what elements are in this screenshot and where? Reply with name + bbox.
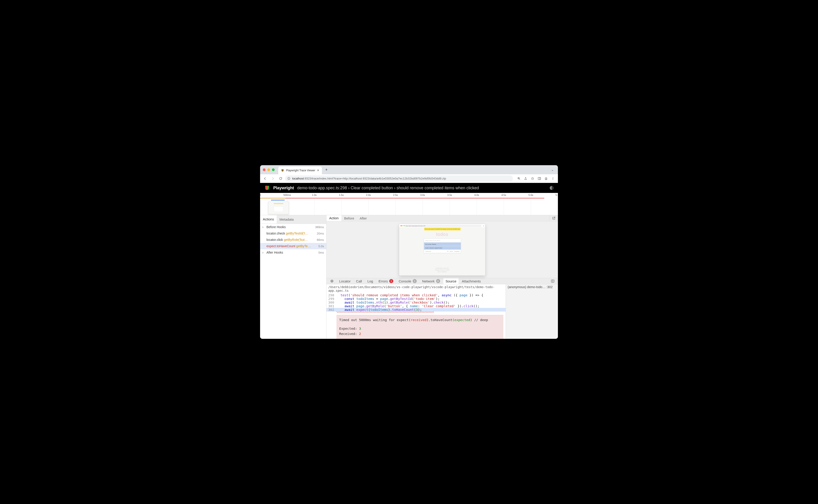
test-breadcrumb: demo-todo-app.spec.ts:298 › Clear comple…	[297, 186, 547, 190]
share-button[interactable]	[523, 175, 529, 182]
action-label: locator.click getByRole('but…	[266, 238, 315, 242]
action-row[interactable]: expect.toHaveCount getByTe…5.0s	[260, 243, 326, 249]
popout-button[interactable]	[549, 215, 558, 221]
svg-point-9	[553, 179, 553, 180]
preview-window: https://demo.playwright.dev/todomvc/#/ ≡…	[399, 224, 486, 276]
url-text: localhost:9323/trace/index.html?trace=ht…	[292, 177, 446, 180]
action-row[interactable]: locator.click getByRole('but…66ms	[260, 237, 326, 243]
code-line: 301 await page.getByRole('button', { nam…	[326, 304, 506, 308]
layout-toggle-button[interactable]	[549, 279, 557, 283]
new-tab-button[interactable]: +	[323, 167, 330, 173]
error-received: Received: 2	[339, 331, 501, 337]
timeline-tick: 2.5s	[393, 194, 398, 196]
tab-snapshot-after[interactable]: After	[357, 215, 370, 221]
timeline-tick: 0	[260, 194, 261, 196]
action-label: expect.toHaveCount getByTe…	[266, 244, 317, 248]
line-text: const todoItems = page.getByTestId('todo…	[336, 297, 440, 301]
right-pane: Action Before After https://demo.playwri…	[326, 215, 558, 339]
app-title: Playwright	[273, 186, 294, 190]
arrow-left-icon	[263, 177, 267, 180]
profile-button[interactable]	[543, 175, 549, 182]
tab-snapshot-before[interactable]: Before	[341, 215, 357, 221]
tab-snapshot-action[interactable]: Action	[326, 215, 341, 221]
preview-todo-item: book a doctors appointment	[424, 246, 461, 250]
sidepanel-button[interactable]	[536, 175, 543, 182]
code-line: 300 await todoItems.nth(1).getByRole('ch…	[326, 301, 506, 304]
menu-button[interactable]	[550, 175, 556, 182]
stack-frame[interactable]: (anonymous) demo-todo… :302	[506, 284, 558, 339]
console-badge: 1	[413, 279, 417, 283]
tab-call[interactable]: Call	[354, 278, 364, 284]
bookmark-button[interactable]	[529, 175, 536, 182]
tabs-dropdown-icon[interactable]: ⌄	[550, 168, 555, 172]
tab-actions[interactable]: Actions	[260, 215, 277, 224]
preview-items-left: 2 items left	[426, 251, 431, 252]
preview-todo-card: What needs to be done? buy some cheese b…	[424, 239, 461, 253]
tab-console[interactable]: Console1	[396, 278, 419, 284]
timeline-tick: 1.0s	[312, 194, 317, 196]
zoom-button[interactable]	[516, 175, 522, 182]
action-row[interactable]: ›After Hooks0ms	[260, 249, 326, 256]
close-tab-icon[interactable]: ×	[317, 168, 319, 172]
tab-network[interactable]: Network6	[420, 278, 443, 284]
tab-source[interactable]: Source	[443, 278, 459, 284]
arrow-right-icon	[271, 177, 275, 180]
svg-point-8	[553, 178, 553, 179]
timeline-body	[260, 198, 558, 215]
panel-icon	[538, 177, 541, 180]
browser-tab[interactable]: Playwright Trace Viewer ×	[278, 167, 322, 174]
chevron-right-icon: ›	[262, 225, 265, 229]
errors-badge: 1	[389, 279, 393, 283]
source-code[interactable]: 298 test('should remove completed items …	[326, 293, 506, 312]
svg-point-6	[546, 177, 547, 179]
target-icon	[330, 279, 334, 283]
action-label: locator.check getByTestId('t…	[266, 232, 315, 235]
forward-button[interactable]	[270, 175, 276, 182]
reload-button[interactable]	[277, 175, 284, 182]
close-window-button[interactable]	[263, 168, 265, 171]
network-badge: 6	[436, 279, 440, 283]
timeline-action-marker	[271, 200, 285, 200]
tab-locator[interactable]: Locator	[337, 278, 353, 284]
action-duration: 5.0s	[318, 245, 324, 248]
error-squiggle	[336, 312, 434, 313]
action-duration: 0ms	[318, 251, 324, 254]
tab-title: Playwright Trace Viewer	[286, 169, 315, 172]
tab-metadata[interactable]: Metadata	[277, 215, 296, 224]
main-area: Actions Metadata ›Before Hooks389mslocat…	[260, 215, 558, 339]
timeline[interactable]: 0500ms1.0s1.5s2.0s2.5s3.0s3.5s4.0s4.5s5.…	[260, 193, 558, 215]
preview-menu-icon: ≡	[483, 225, 484, 227]
tab-attachments[interactable]: Attachments	[460, 278, 483, 284]
source-panel: /Users/debbieobrien/Documents/videos/vs-…	[326, 284, 558, 339]
reload-icon	[279, 177, 282, 180]
timeline-hooks-bar	[260, 198, 285, 198]
action-row[interactable]: locator.check getByTestId('t…20ms	[260, 230, 326, 237]
preview-footer: 2 items left All Active Completed	[424, 250, 461, 253]
timeline-tick: 5.0s	[529, 194, 533, 196]
timeline-screenshot-thumb[interactable]	[268, 202, 289, 214]
line-number: 302	[326, 308, 336, 312]
window-controls	[263, 168, 275, 171]
toolbar-right	[516, 175, 556, 182]
back-button[interactable]	[262, 175, 268, 182]
timeline-tick: 1.5s	[339, 194, 344, 196]
target-icon-button[interactable]	[328, 278, 336, 284]
code-line: 299 const todoItems = page.getByTestId('…	[326, 297, 506, 301]
minimize-window-button[interactable]	[267, 168, 270, 171]
address-bar[interactable]: localhost:9323/trace/index.html?trace=ht…	[285, 175, 513, 182]
maximize-window-button[interactable]	[272, 168, 275, 171]
playwright-logo-icon	[264, 185, 270, 191]
columns-icon	[551, 279, 555, 283]
svg-point-11	[331, 281, 332, 282]
preview-chrome: https://demo.playwright.dev/todomvc/#/ ≡	[399, 224, 485, 228]
preview-credits: Double-click to edit a todo Created by R…	[399, 267, 485, 273]
action-row[interactable]: ›Before Hooks389ms	[260, 224, 326, 230]
theme-toggle-icon[interactable]	[550, 186, 554, 190]
snapshot-tabs: Action Before After	[326, 215, 558, 221]
action-duration: 20ms	[317, 232, 324, 235]
popout-icon	[552, 216, 556, 220]
timeline-tick: 5.5s	[556, 194, 558, 196]
error-expected: Expected: 3	[339, 326, 501, 331]
tab-log[interactable]: Log	[365, 278, 375, 284]
tab-errors[interactable]: Errors1	[376, 278, 395, 284]
